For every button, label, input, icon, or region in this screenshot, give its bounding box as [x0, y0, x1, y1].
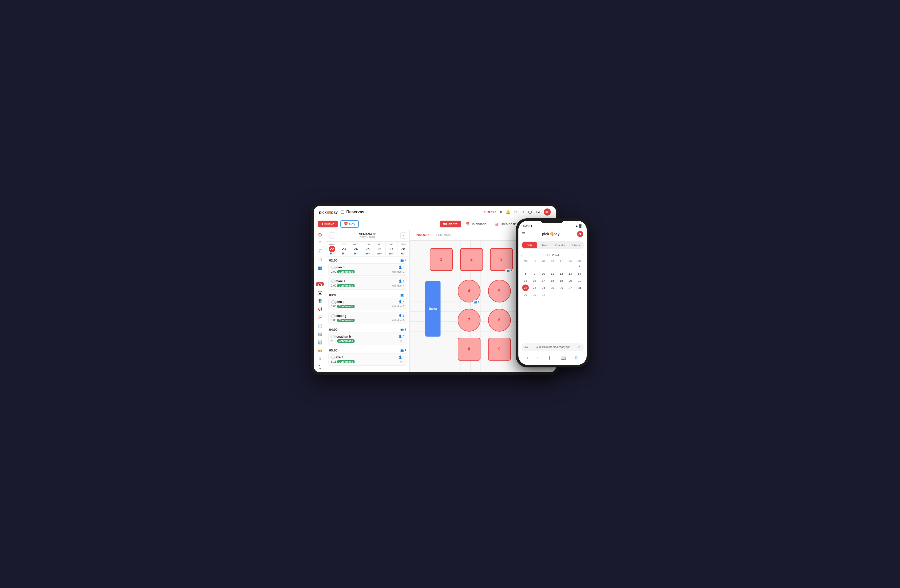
cal-day-29[interactable]: 29: [522, 292, 529, 298]
url-refresh-icon[interactable]: ↺: [578, 345, 580, 349]
settings-icon[interactable]: ⚙: [514, 210, 518, 215]
cal-day-13[interactable]: 13: [567, 270, 574, 277]
cal-day-11[interactable]: 11: [549, 270, 556, 277]
bell-icon[interactable]: 🔔: [506, 210, 511, 215]
sidebar-text-icon[interactable]: T: [316, 274, 324, 278]
cal-day-30[interactable]: 30: [531, 292, 538, 298]
week-prev-button[interactable]: ‹: [329, 232, 335, 238]
avatar[interactable]: AL: [544, 209, 551, 215]
sidebar-document-icon[interactable]: 📄: [316, 324, 324, 328]
cal-day[interactable]: [549, 292, 556, 298]
cal-day-25[interactable]: 25: [549, 285, 556, 291]
cal-day[interactable]: [558, 292, 565, 298]
cal-day[interactable]: [567, 263, 574, 270]
cal-day-22[interactable]: 22: [522, 285, 529, 291]
day-col-fri[interactable]: FRI 26 👥0: [374, 241, 386, 256]
table-5[interactable]: 5: [488, 280, 511, 302]
cal-day-23[interactable]: 23: [531, 285, 538, 291]
cal-day-19[interactable]: 19: [558, 277, 565, 284]
phone-back-icon[interactable]: ‹: [527, 355, 528, 361]
phone-forward-icon[interactable]: ›: [537, 355, 538, 361]
phone-menu-icon[interactable]: ☰: [522, 232, 526, 236]
cal-day[interactable]: [549, 263, 556, 270]
table-1[interactable]: 1: [430, 248, 453, 271]
table-barra[interactable]: Barra: [425, 281, 441, 337]
table-4[interactable]: 4 👥 4: [458, 280, 481, 302]
cal-day-14[interactable]: 14: [576, 270, 583, 277]
sidebar-desktop-icon[interactable]: 🖥: [316, 357, 324, 361]
sidebar-team-icon[interactable]: 👫: [316, 299, 324, 303]
cal-day[interactable]: [567, 292, 574, 298]
tab-planta[interactable]: 🍽 Planta: [440, 221, 461, 227]
sidebar-calendar-icon[interactable]: 📅: [316, 282, 324, 286]
day-col-mon[interactable]: MON 22 👥6: [326, 241, 338, 256]
table-3[interactable]: 3 👥 3: [490, 248, 513, 271]
power-icon[interactable]: ⏻: [528, 210, 532, 214]
cal-next-button[interactable]: ›: [582, 253, 583, 257]
list-item[interactable]: 🕐 axel f 👤 8 5:15 Confirmado 🍽 –: [328, 353, 407, 366]
booking-tab-guests[interactable]: Guests: [552, 242, 568, 248]
table-6[interactable]: 6: [488, 309, 511, 331]
refresh-icon[interactable]: ↺: [521, 210, 524, 215]
sidebar-person-icon[interactable]: 🚶: [316, 365, 324, 370]
list-item[interactable]: 🕐 john j 👤 4 3:00 Confirmado 🍽 Indoor 5: [328, 298, 407, 310]
cal-day-31[interactable]: 31: [540, 292, 547, 298]
day-col-sat[interactable]: SAT 27 👥0: [386, 241, 397, 256]
phone-tabs-icon[interactable]: ⧉: [575, 355, 578, 361]
cal-day-10[interactable]: 10: [540, 270, 547, 277]
phone-url-bar[interactable]: AA 🔒 restaurants.pickandpay.app ↺: [521, 344, 583, 351]
cal-day-7[interactable]: 7: [576, 263, 583, 270]
cal-day[interactable]: [531, 263, 538, 270]
day-col-sun[interactable]: SUN 28 👥0: [397, 241, 410, 256]
table-9[interactable]: 9: [488, 338, 511, 361]
phone-share-icon[interactable]: ⬆: [548, 355, 551, 361]
list-item[interactable]: 🕐 joan b 👤 3 2:00 Confirmado 🍽 Indoor 1: [328, 263, 407, 276]
cal-day-9[interactable]: 9: [531, 270, 538, 277]
table-7[interactable]: 7: [458, 309, 481, 331]
cal-prev-button[interactable]: ‹: [521, 253, 523, 257]
cal-day[interactable]: [558, 263, 565, 270]
booking-tab-date[interactable]: Date: [522, 242, 537, 248]
hamburger-icon[interactable]: ☰: [341, 210, 344, 215]
phone-bookmarks-icon[interactable]: 📖: [560, 355, 566, 361]
cal-day-15[interactable]: 15: [522, 277, 529, 284]
hoy-button[interactable]: 📅 Hoy: [340, 220, 358, 227]
day-col-thu[interactable]: THU 25 👥0: [362, 241, 374, 256]
cal-day-26[interactable]: 26: [558, 285, 565, 291]
tab-indoor[interactable]: INDOOR: [415, 230, 430, 240]
sidebar-list-icon[interactable]: ☰: [316, 241, 324, 245]
sidebar-megaphone-icon[interactable]: 📢: [316, 307, 324, 311]
sidebar-small-cal-icon[interactable]: 📆: [316, 290, 324, 295]
cal-day-27[interactable]: 27: [567, 285, 574, 291]
booking-tab-time[interactable]: Time: [537, 242, 552, 248]
sidebar-building-icon[interactable]: 🏢: [316, 332, 324, 336]
cal-day-24[interactable]: 24: [540, 285, 547, 291]
table-8[interactable]: 8: [458, 338, 481, 361]
cal-day[interactable]: [522, 263, 529, 270]
booking-tab-details[interactable]: Details: [568, 242, 583, 248]
tab-terraza[interactable]: TERRAZA: [435, 230, 453, 240]
cal-day-17[interactable]: 17: [540, 277, 547, 284]
list-item[interactable]: 🕐 jonathan b 👤 0 4:15 Confirmado 🍽 –: [328, 333, 407, 345]
restaurant-name[interactable]: La Brasa: [481, 210, 497, 214]
week-next-button[interactable]: ›: [400, 232, 407, 238]
cal-day-28[interactable]: 28: [576, 285, 583, 291]
cal-day-12[interactable]: 12: [558, 270, 565, 277]
cal-day-21[interactable]: 21: [576, 277, 583, 284]
sidebar-receipt-icon[interactable]: 🧾: [316, 249, 324, 253]
sidebar-people-icon[interactable]: 👥: [316, 266, 324, 270]
sidebar-sync-icon[interactable]: 🔄: [316, 340, 324, 344]
cal-day[interactable]: [576, 292, 583, 298]
cal-day[interactable]: [540, 263, 547, 270]
day-col-tue[interactable]: TUE 23 👥0: [338, 241, 350, 256]
sidebar-badge-icon[interactable]: 🎫: [316, 348, 324, 353]
cal-day-16[interactable]: 16: [531, 277, 538, 284]
cal-day-8[interactable]: 8: [522, 270, 529, 277]
chevron-down-icon[interactable]: ▾: [500, 210, 502, 215]
table-2[interactable]: 2: [460, 248, 483, 271]
cal-day-20[interactable]: 20: [567, 277, 574, 284]
cal-day-18[interactable]: 18: [549, 277, 556, 284]
tab-calendario[interactable]: 📅 Calendario: [462, 221, 490, 227]
sidebar-home-icon[interactable]: 🏠: [316, 232, 324, 237]
nuevo-button[interactable]: + Nuevo: [318, 221, 338, 227]
